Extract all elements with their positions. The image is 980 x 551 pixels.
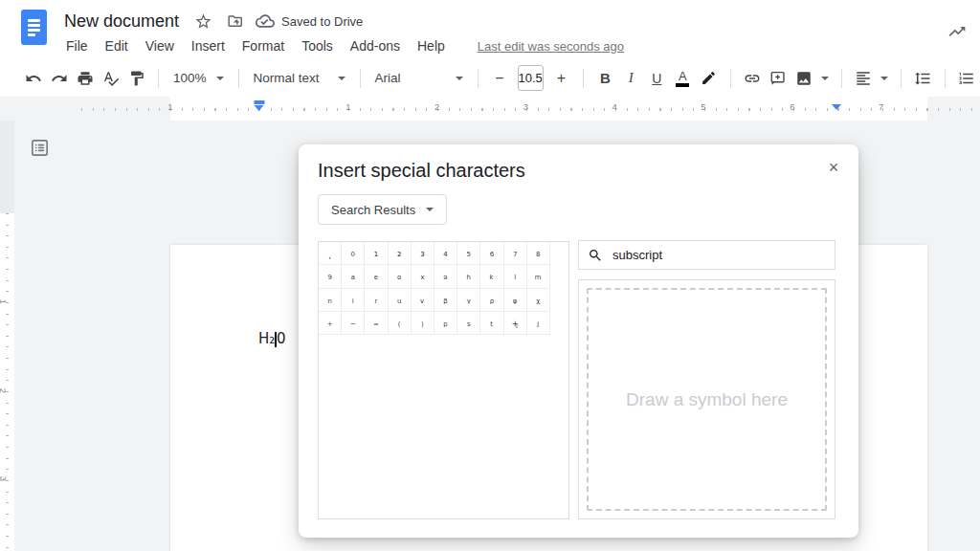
increase-font-size-button[interactable]: +: [548, 66, 574, 91]
star-icon[interactable]: [194, 12, 212, 31]
chevron-down-icon[interactable]: [821, 77, 829, 80]
save-status[interactable]: Saved to Drive: [256, 11, 363, 31]
char-cell[interactable]: ₉: [319, 265, 342, 288]
google-docs-window: New document Saved to Drive FileEditView…: [0, 0, 980, 551]
menu-item-tools[interactable]: Tools: [301, 38, 333, 54]
bold-button[interactable]: B: [592, 66, 618, 91]
char-cell[interactable]: ₘ: [527, 265, 550, 288]
insert-link-button[interactable]: [740, 66, 766, 91]
char-cell[interactable]: ᵧ: [457, 289, 480, 312]
chevron-down-icon[interactable]: [880, 77, 888, 80]
menu-item-help[interactable]: Help: [417, 38, 445, 54]
char-cell[interactable]: ⱼ: [527, 312, 550, 335]
char-cell[interactable]: ₌: [365, 312, 388, 335]
char-cell[interactable]: ₀: [342, 242, 365, 265]
category-dropdown[interactable]: Search Results: [318, 194, 447, 225]
char-cell[interactable]: ₚ: [434, 312, 457, 335]
symbol-search-input[interactable]: [611, 247, 826, 263]
line-spacing-button[interactable]: [910, 66, 936, 91]
char-cell[interactable]: ₜ: [480, 312, 503, 335]
char-cell[interactable]: ₗ: [504, 265, 527, 288]
vertical-ruler[interactable]: 123: [0, 121, 14, 551]
paint-format-button[interactable]: [123, 66, 149, 91]
chevron-down-icon: [426, 208, 434, 211]
horizontal-ruler[interactable]: 11234567: [0, 97, 980, 121]
zoom-select[interactable]: 100%: [167, 66, 230, 91]
menu-item-file[interactable]: File: [66, 38, 88, 54]
char-cell[interactable]: ₍: [389, 312, 412, 335]
char-cell[interactable]: ₆: [480, 242, 503, 265]
highlight-color-button[interactable]: [696, 66, 722, 91]
move-folder-icon[interactable]: [225, 12, 243, 31]
chevron-down-icon: [338, 77, 345, 80]
paragraph-style-select[interactable]: Normal text: [248, 66, 351, 91]
docs-logo-icon[interactable]: [21, 10, 47, 45]
char-cell[interactable]: ₃: [412, 242, 434, 265]
char-cell[interactable]: ₑ: [365, 265, 388, 288]
font-select[interactable]: Arial: [369, 66, 469, 91]
save-status-label: Saved to Drive: [281, 14, 363, 29]
font-size-field[interactable]: 10.5: [518, 65, 544, 91]
undo-button[interactable]: [20, 66, 46, 91]
add-comment-button[interactable]: [766, 66, 791, 91]
char-cell[interactable]: ₐ: [342, 265, 365, 288]
menu-item-edit[interactable]: Edit: [105, 38, 128, 54]
draw-symbol-area[interactable]: Draw a symbol here: [587, 288, 827, 511]
char-cell[interactable]: ₔ: [434, 265, 457, 288]
insert-image-button[interactable]: [791, 66, 817, 91]
menu-item-format[interactable]: Format: [242, 38, 284, 54]
char-cell[interactable]: ₓ: [412, 265, 434, 288]
char-cell[interactable]: ₙ: [319, 289, 342, 312]
document-text: H ₂ 0: [258, 330, 286, 347]
char-cell[interactable]: ₈: [527, 242, 550, 265]
char-cell[interactable]: ᵨ: [480, 289, 503, 312]
menu-item-view[interactable]: View: [145, 38, 174, 54]
char-cell[interactable]: ᵥ: [412, 289, 434, 312]
trending-up-icon[interactable]: [947, 22, 967, 41]
char-cell[interactable]: ₎: [412, 312, 434, 335]
char-cell[interactable]: ͺ: [319, 242, 342, 265]
char-cell[interactable]: ₊: [319, 312, 342, 335]
spellcheck-button[interactable]: [98, 66, 123, 91]
underline-button[interactable]: U: [644, 66, 670, 91]
decrease-font-size-button[interactable]: −: [487, 66, 513, 91]
char-cell[interactable]: ᵤ: [389, 289, 412, 312]
menu-item-insert[interactable]: Insert: [191, 38, 225, 54]
left-indent-marker[interactable]: [255, 100, 265, 111]
ruler-label: 4: [612, 101, 617, 112]
close-icon[interactable]: ×: [822, 156, 845, 179]
char-cell[interactable]: ₅: [457, 242, 480, 265]
header: New document Saved to Drive FileEditView…: [0, 0, 980, 59]
char-cell[interactable]: ᵩ: [504, 289, 527, 312]
char-cell[interactable]: ₇: [504, 242, 527, 265]
document-title[interactable]: New document: [64, 11, 179, 32]
menu-item-add-ons[interactable]: Add-ons: [350, 38, 400, 54]
text-color-button[interactable]: A: [670, 66, 696, 91]
char-cell[interactable]: ₁: [365, 242, 388, 265]
char-cell[interactable]: ₒ: [389, 265, 412, 288]
document-outline-button[interactable]: [29, 137, 52, 160]
char-cell[interactable]: ₖ: [480, 265, 503, 288]
char-cell[interactable]: ᵪ: [527, 289, 550, 312]
last-edit-link[interactable]: Last edit was seconds ago: [478, 39, 624, 54]
char-cell[interactable]: ᵢ: [342, 289, 365, 312]
char-cell[interactable]: ₄: [434, 242, 457, 265]
char-cell[interactable]: ᵦ: [434, 289, 457, 312]
print-button[interactable]: [72, 66, 98, 91]
divider: [901, 69, 902, 88]
char-cell[interactable]: ₂: [389, 242, 412, 265]
char-cell[interactable]: ⨧: [504, 312, 527, 335]
divider: [478, 69, 479, 88]
char-cell[interactable]: ᵣ: [365, 289, 388, 312]
right-indent-marker[interactable]: [832, 104, 841, 110]
char-cell[interactable]: ₕ: [457, 265, 480, 288]
char-cell[interactable]: ₛ: [457, 312, 480, 335]
align-button[interactable]: [851, 66, 877, 91]
numbered-list-button[interactable]: [954, 66, 980, 91]
char-cell[interactable]: ₋: [342, 312, 365, 335]
text-after-cursor: 0: [277, 330, 286, 347]
redo-button[interactable]: [46, 66, 72, 91]
insert-special-characters-dialog: Insert special characters × Search Resul…: [299, 144, 858, 538]
search-icon: [588, 248, 603, 263]
italic-button[interactable]: I: [618, 66, 644, 91]
